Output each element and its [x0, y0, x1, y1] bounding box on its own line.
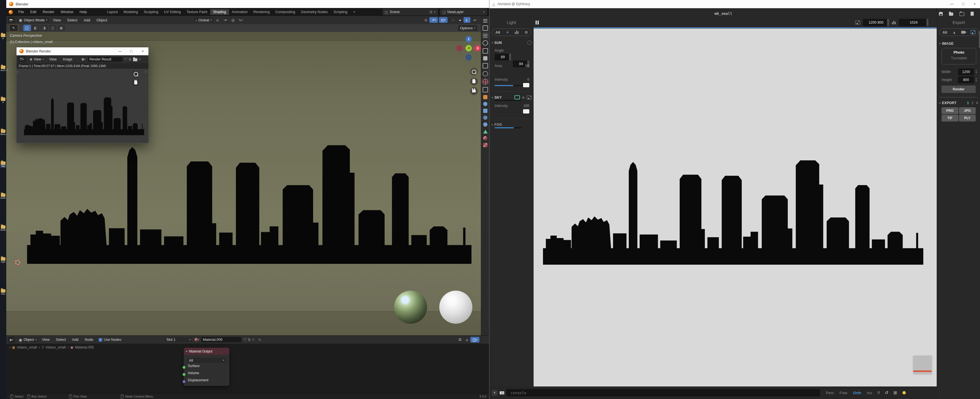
menu-select[interactable]: Select [64, 18, 80, 22]
batch-1-button[interactable]: 1 [967, 101, 969, 105]
orientation-dropdown[interactable]: ⟓ Global ▾ [193, 17, 214, 23]
render-window[interactable]: Blender Render — □ × 🗔▾ ▦ View ▾ View Im… [16, 47, 149, 143]
tab-modeling[interactable]: Modeling [121, 9, 141, 15]
view-free-button[interactable]: Free [840, 391, 848, 395]
snap-node-button[interactable]: ⧉ [457, 337, 463, 343]
viewport-zoom-button[interactable] [470, 68, 478, 76]
menu-view[interactable]: View [46, 57, 60, 61]
use-nodes-checkbox[interactable]: ✓ Use Nodes [99, 338, 121, 342]
scrollbar[interactable] [979, 31, 980, 48]
view-iso-button[interactable]: Iso [867, 391, 872, 395]
menu-window[interactable]: Window [57, 10, 76, 14]
mode-photo-button[interactable]: Photo [942, 50, 976, 54]
breadcrumb-object[interactable]: milano_small [17, 345, 37, 350]
select-mode-extend[interactable]: ◧ [32, 25, 39, 31]
menu-add[interactable]: Add [81, 18, 94, 22]
tab-physics[interactable] [483, 115, 487, 120]
mode-dropdown[interactable]: ▣ Object Mode ▾ [16, 17, 50, 23]
batch-4-button[interactable]: 4 [976, 101, 978, 105]
width-stepper[interactable]: ▲▼ [975, 70, 977, 74]
video-icon[interactable] [961, 31, 965, 34]
scene-selector[interactable]: ◳ Scene ⧉ × [383, 9, 438, 15]
render-window-titlebar[interactable]: Blender Render — □ × [16, 47, 148, 55]
samples-field[interactable]: 1024 [899, 19, 928, 26]
shading-rendered-button[interactable]: ◑▾ [470, 17, 479, 23]
close-button[interactable]: × [137, 47, 148, 55]
close-button[interactable]: × [969, 0, 980, 8]
gizmo-axis-neg-z[interactable] [466, 54, 472, 61]
image-browse-dropdown[interactable]: ▦▾ [80, 56, 88, 62]
desktop-folder[interactable]: Pyth [0, 257, 6, 263]
fake-user-shield-icon[interactable]: ⛉ [243, 338, 246, 342]
tab-texture[interactable] [483, 143, 487, 147]
select-mode-intersect[interactable]: ▣ [57, 25, 65, 31]
height-stepper[interactable]: ▲▼ [975, 78, 977, 82]
tab-all[interactable]: All [495, 30, 500, 35]
shading-solid-button[interactable]: ● [457, 17, 463, 23]
tab-modifiers[interactable] [483, 102, 487, 106]
shader-editor[interactable]: ◉▾ ▣ Object ▾ View Select Add Node ✓ Use… [6, 335, 489, 393]
fog-section-header[interactable]: ▸ FOG [492, 123, 531, 127]
aerialod-titlebar[interactable]: △ Aerialod @ Ephtracy — □ × [490, 0, 980, 8]
maximize-button[interactable]: □ [126, 47, 137, 55]
tab-animation[interactable]: Animation [229, 9, 251, 15]
open-folder-icon[interactable] [133, 58, 137, 61]
sun-section-header[interactable]: ▾ SUN [492, 40, 531, 45]
menu-image[interactable]: Image [60, 57, 75, 61]
tab-sculpting[interactable]: Sculpting [141, 9, 161, 15]
overlays-toggle-button[interactable]: ↗▾ [429, 17, 438, 23]
tab-material[interactable] [483, 136, 487, 140]
navigation-gizmo[interactable]: Z X -Y [451, 32, 485, 66]
material-browse-dropdown[interactable]: ▾ [193, 337, 201, 343]
snap-magnet-button[interactable]: ∪ [214, 17, 221, 23]
menu-object[interactable]: Object [94, 18, 111, 22]
socket-surface[interactable] [182, 365, 186, 369]
export-png-button[interactable]: PNG [942, 107, 958, 114]
image-export-icon[interactable] [970, 30, 975, 34]
render-image-area[interactable]: › ‹ [16, 69, 148, 143]
mode-turntable-button[interactable]: Turntable [942, 56, 976, 60]
material-name-field[interactable]: Material.005 [201, 337, 242, 343]
render-pan-button[interactable] [132, 79, 139, 86]
sun-color-circle[interactable] [527, 40, 531, 45]
shading-material-button[interactable]: ◐ [463, 17, 470, 23]
tab-view-layer[interactable] [483, 63, 488, 69]
batch-2-button[interactable]: 2 [972, 101, 974, 105]
tab-scene[interactable] [483, 71, 488, 77]
copy-icon[interactable]: ⧉ [129, 57, 131, 61]
tab-particles[interactable] [483, 109, 487, 113]
tab-collection[interactable] [483, 87, 488, 93]
add-workspace-button[interactable]: + [350, 9, 358, 15]
select-mode-subtract[interactable]: ◨ [40, 25, 48, 31]
unlink-icon[interactable]: × [139, 57, 141, 61]
menu-add[interactable]: Add [69, 338, 81, 342]
menu-edit[interactable]: Edit [27, 10, 40, 14]
menu-select[interactable]: Select [53, 338, 69, 342]
sun-icon[interactable]: ☀ [506, 30, 509, 35]
tab-output[interactable] [483, 56, 487, 61]
copy-icon[interactable]: ⧉ [248, 338, 250, 342]
sky-intensity-slider[interactable] [495, 127, 521, 128]
gizmo-axis-neg-x[interactable] [457, 45, 463, 51]
export-ply-button[interactable]: PLY [959, 115, 976, 121]
proportional-edit-button[interactable]: ◎ [230, 17, 237, 23]
tab-render[interactable] [483, 48, 488, 54]
menu-view[interactable]: View [50, 18, 64, 22]
tab-world[interactable] [483, 79, 488, 85]
desktop-folder[interactable]: Visu [0, 289, 6, 295]
aerialod-viewport[interactable] [534, 29, 937, 386]
proportional-falloff-dropdown[interactable]: ∿▾ [237, 17, 245, 23]
region-expand-arrow[interactable]: › [17, 70, 18, 73]
tab-all[interactable]: All [942, 30, 947, 35]
maximize-button[interactable]: □ [958, 0, 969, 8]
editor-type-button[interactable]: ◉▾ [8, 337, 15, 343]
tab-shading[interactable]: Shading [210, 9, 229, 15]
node-header[interactable]: ▾ Material Output [184, 348, 229, 355]
menu-render[interactable]: Render [40, 10, 57, 14]
drag-handle[interactable] [926, 19, 928, 26]
tab-tool[interactable] [483, 40, 488, 46]
socket-displacement[interactable] [182, 380, 186, 383]
socket-volume[interactable] [182, 373, 186, 376]
select-mode-invert[interactable]: ◫ [49, 25, 56, 31]
tab-object[interactable] [483, 95, 487, 99]
